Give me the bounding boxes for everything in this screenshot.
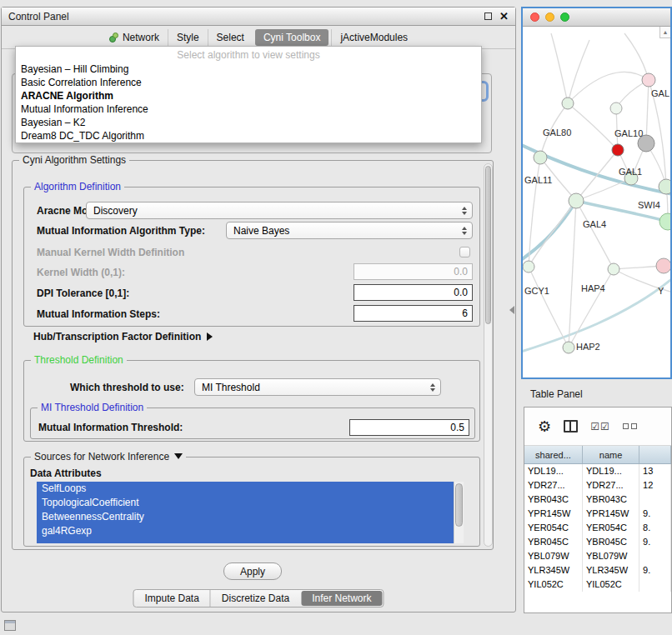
- tab-network[interactable]: Network: [101, 29, 168, 46]
- tab-infer-network[interactable]: Infer Network: [301, 591, 382, 606]
- table-panel-window: ⚙ ☑☑ shared...name YDL19...YDL19...13YDR…: [524, 407, 672, 613]
- tab-discretize-data[interactable]: Discretize Data: [210, 590, 300, 607]
- network-node[interactable]: [563, 342, 574, 353]
- column-header-extra[interactable]: [639, 446, 671, 463]
- attribute-item-betweennesscentrality[interactable]: BetweennessCentrality: [37, 510, 454, 524]
- table-row[interactable]: YBR045CYBR045C9.: [524, 535, 671, 549]
- network-canvas[interactable]: GAL80GAL10GAL11GAL1SWI4GAL4GCY1HAP4HAP2Y…: [523, 27, 670, 378]
- kernel-width-field[interactable]: 0.0: [354, 263, 473, 280]
- table-cell: YBR043C: [524, 492, 583, 507]
- tab-impute-data[interactable]: Impute Data: [133, 590, 209, 607]
- table-cell: YBL079W: [524, 549, 583, 563]
- column-header-shared[interactable]: shared...: [524, 446, 583, 463]
- network-node[interactable]: [656, 258, 670, 273]
- network-edge[interactable]: [551, 33, 568, 103]
- table-row[interactable]: YIL052CYIL052C: [524, 578, 671, 592]
- minimize-traffic-light-icon[interactable]: [545, 12, 554, 22]
- network-edge[interactable]: [646, 80, 649, 143]
- manual-kernel-width-checkbox[interactable]: [459, 247, 470, 258]
- network-edge[interactable]: [576, 178, 631, 201]
- attribute-item-gal4rgexp[interactable]: gal4RGexp: [37, 524, 454, 538]
- attributes-list-scrollbar[interactable]: [454, 482, 464, 543]
- hub-tf-definition-toggle[interactable]: Hub/Transcription Factor Definition: [33, 331, 213, 342]
- cyni-algorithm-settings-group: Cyni Algorithm Settings Algorithm Defini…: [12, 160, 494, 550]
- apply-button[interactable]: Apply: [223, 562, 282, 580]
- tab-cyni-toolbox[interactable]: Cyni Toolbox: [255, 29, 328, 46]
- table-cell: YER054C: [583, 521, 639, 535]
- table-cell: YLR345W: [583, 563, 639, 578]
- network-node[interactable]: [642, 73, 655, 87]
- network-edge[interactable]: [569, 269, 614, 348]
- node-label: GCY1: [524, 286, 549, 296]
- network-node[interactable]: [523, 261, 534, 272]
- network-node[interactable]: [562, 98, 574, 109]
- tab-jactivemodules[interactable]: jActiveModules: [331, 29, 416, 46]
- panel-collapse-handle[interactable]: [509, 306, 514, 314]
- algorithm-option-mutual-information-inference[interactable]: Mutual Information Inference: [16, 102, 481, 116]
- close-traffic-light-icon[interactable]: [530, 12, 539, 22]
- table-cell: [639, 492, 671, 507]
- column-header-name[interactable]: name: [583, 446, 639, 463]
- scrollbar-up-button[interactable]: ▲: [659, 27, 670, 38]
- close-window-icon[interactable]: ✕: [499, 12, 509, 22]
- table-row[interactable]: YER054CYER054C8.: [524, 521, 671, 535]
- aracne-mode-select[interactable]: Discovery: [86, 202, 473, 219]
- network-edge[interactable]: [624, 33, 649, 80]
- settings-scrollbar-thumb[interactable]: [485, 166, 491, 324]
- algorithm-option-dream8-dc-tdc-algorithm[interactable]: Dream8 DC_TDC Algorithm: [16, 129, 481, 142]
- settings-scrollbar[interactable]: [484, 163, 493, 547]
- network-node[interactable]: [659, 213, 670, 230]
- minimized-panel-icon[interactable]: [4, 620, 16, 631]
- table-row[interactable]: YBL079WYBL079W: [524, 549, 671, 563]
- tab-select[interactable]: Select: [208, 29, 253, 46]
- zoom-traffic-light-icon[interactable]: [560, 12, 569, 22]
- network-edge[interactable]: [568, 40, 589, 103]
- mi-threshold-field[interactable]: 0.5: [349, 419, 469, 436]
- attribute-item-partial[interactable]: [37, 538, 454, 543]
- algorithm-option-bayesian-k2[interactable]: Bayesian – K2: [16, 116, 481, 129]
- attribute-item-selfloops[interactable]: SelfLoops: [37, 482, 454, 496]
- data-attributes-list[interactable]: SelfLoopsTopologicalCoefficientBetweenne…: [37, 482, 464, 543]
- network-node[interactable]: [659, 179, 670, 194]
- mi-steps-field[interactable]: 6: [354, 305, 473, 322]
- network-node[interactable]: [608, 263, 619, 275]
- dpi-tolerance-field[interactable]: 0.0: [354, 284, 473, 301]
- sources-toggle[interactable]: Sources for Network Inference: [31, 451, 186, 462]
- attributes-list-scrollbar-thumb[interactable]: [455, 483, 463, 527]
- table-cell: YBL079W: [583, 549, 639, 563]
- table-settings-gear-icon[interactable]: ⚙: [538, 419, 551, 434]
- network-window-titlebar[interactable]: [523, 8, 670, 27]
- table-row[interactable]: YPR145WYPR145W9.: [524, 507, 671, 521]
- table-cell: YIL052C: [524, 578, 583, 592]
- algorithm-option-aracne-algorithm[interactable]: ARACNE Algorithm: [16, 89, 481, 102]
- sources-group: Sources for Network Inference Data Attri…: [23, 457, 480, 547]
- table-row[interactable]: YDR27...YDR27...12: [524, 478, 671, 492]
- network-edge[interactable]: [529, 267, 569, 348]
- node-label: HAP2: [576, 342, 600, 352]
- mi-algorithm-type-select[interactable]: Naive Bayes: [226, 222, 473, 239]
- select-all-columns-icon[interactable]: ☑☑: [590, 421, 610, 432]
- control-panel-titlebar[interactable]: Control Panel ✕: [2, 8, 515, 26]
- algorithm-option-bayesian-hill-climbing[interactable]: Bayesian – Hill Climbing: [16, 62, 481, 76]
- tab-style[interactable]: Style: [168, 29, 208, 46]
- attribute-item-topologicalcoefficient[interactable]: TopologicalCoefficient: [37, 496, 454, 510]
- sources-title: Sources for Network Inference: [34, 451, 169, 462]
- table-row[interactable]: YDL19...YDL19...13: [524, 464, 671, 478]
- network-node[interactable]: [569, 193, 584, 208]
- algorithm-option-basic-correlation-inference[interactable]: Basic Correlation Inference: [16, 76, 481, 89]
- show-columns-icon[interactable]: [564, 420, 578, 432]
- network-edge[interactable]: [576, 201, 614, 269]
- float-window-icon[interactable]: [484, 12, 492, 20]
- network-edge[interactable]: [569, 201, 576, 348]
- network-node[interactable]: [610, 102, 622, 114]
- table-cell: YER054C: [524, 521, 583, 535]
- which-threshold-select[interactable]: MI Threshold: [194, 378, 441, 396]
- table-cell: YBR045C: [524, 535, 583, 549]
- table-row[interactable]: YLR345WYLR345W9.: [524, 563, 671, 578]
- algorithm-dropdown-popup: Select algorithm to view settings Bayesi…: [15, 46, 482, 143]
- network-node[interactable]: [534, 151, 547, 164]
- table-cell: [639, 578, 671, 592]
- network-node[interactable]: [612, 144, 624, 156]
- deselect-all-columns-icon[interactable]: [623, 423, 637, 429]
- table-row[interactable]: YBR043CYBR043C: [524, 492, 671, 507]
